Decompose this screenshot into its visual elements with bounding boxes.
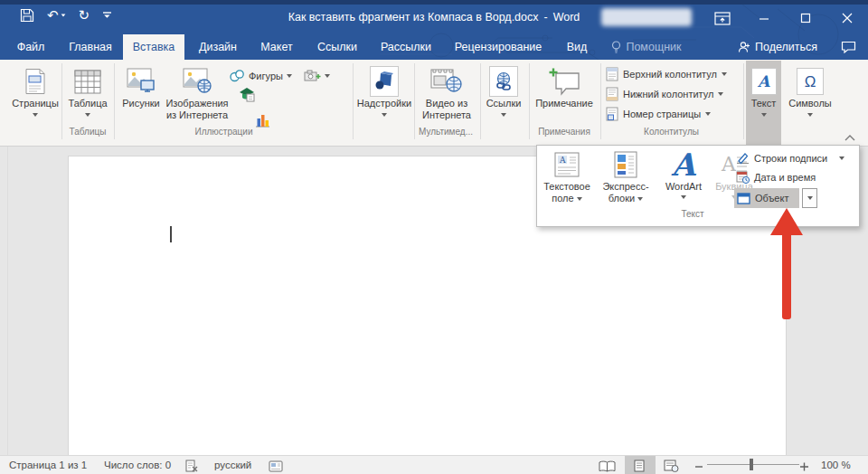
signature-line-button[interactable]: Строки подписи: [736, 151, 844, 165]
zoom-in-button[interactable]: [799, 460, 809, 474]
screenshot-button[interactable]: [304, 70, 330, 82]
redacted-account-name: [601, 8, 692, 26]
macro-recording-button[interactable]: [269, 460, 283, 474]
text-group-button[interactable]: A Текст: [746, 62, 781, 117]
pictures-button[interactable]: Рисунки: [118, 62, 165, 109]
quick-parts-icon: [614, 151, 637, 178]
online-video-icon: [430, 68, 463, 95]
header-dropdown-icon: [722, 72, 727, 76]
comment-icon: [841, 41, 856, 53]
online-video-button[interactable]: Видео из Интернета: [416, 62, 477, 121]
language-status[interactable]: русский: [214, 456, 251, 474]
share-button[interactable]: Поделиться: [731, 34, 825, 60]
tab-insert[interactable]: Вставка: [123, 34, 184, 60]
signature-dropdown-icon: [839, 156, 844, 160]
shapes-dropdown-icon: [287, 74, 292, 78]
close-icon: [842, 13, 853, 24]
page-info[interactable]: Страница 1 из 1: [9, 456, 87, 474]
media-group-label: Мультимед...: [407, 127, 485, 137]
tab-view[interactable]: Вид: [559, 34, 595, 60]
textbox-dropdown-icon: [577, 197, 582, 201]
tab-design[interactable]: Дизайн: [190, 34, 246, 60]
group-separator: [61, 63, 62, 139]
close-button[interactable]: [826, 5, 868, 32]
window-controls: [702, 5, 868, 32]
object-dropdown-button[interactable]: [802, 188, 817, 208]
signature-line-icon: [736, 151, 750, 165]
links-button[interactable]: Ссылки: [482, 62, 525, 117]
footer-dropdown-icon: [718, 92, 723, 96]
group-separator: [353, 63, 354, 139]
new-comment-button[interactable]: Примечание: [530, 62, 599, 109]
illustrations-group-label: Иллюстрации: [181, 127, 267, 137]
online-pictures-button[interactable]: Изображения из Интернета: [165, 62, 230, 121]
print-layout-button[interactable]: [633, 460, 646, 474]
svg-text:A: A: [559, 156, 566, 165]
wordart-button[interactable]: A WordArt: [657, 148, 710, 199]
word-window: ↶ ↻ Как вставить фрагмент из Компаса в В…: [0, 0, 868, 474]
read-mode-button[interactable]: [599, 460, 616, 474]
zoom-out-button[interactable]: [694, 460, 703, 474]
symbols-button[interactable]: Ω Символы: [785, 62, 835, 117]
document-title: Как вставить фрагмент из Компаса в Ворд.…: [288, 11, 539, 24]
object-button[interactable]: Объект: [734, 188, 799, 208]
shapes-icon: [230, 70, 245, 82]
tab-file[interactable]: Файл: [13, 34, 49, 60]
text-cursor-caret: [170, 226, 172, 242]
header-icon: [606, 67, 618, 81]
quick-parts-dropdown-icon: [637, 197, 643, 201]
minimize-button[interactable]: [743, 5, 785, 32]
textbox-button[interactable]: A Текстовое поле: [539, 148, 595, 204]
zoom-slider-track[interactable]: [707, 464, 799, 465]
app-name: Word: [553, 11, 580, 24]
links-icon: [494, 71, 514, 91]
maximize-button[interactable]: [785, 5, 826, 32]
online-pictures-icon: [183, 68, 212, 95]
symbols-icon: Ω: [797, 68, 824, 95]
table-button[interactable]: Таблица: [63, 62, 112, 117]
chart-button[interactable]: [255, 112, 270, 128]
zoom-level[interactable]: 100 %: [821, 456, 851, 474]
web-layout-button[interactable]: [664, 460, 679, 474]
proofing-status-button[interactable]: [185, 460, 198, 474]
chart-icon: [255, 112, 270, 128]
annotation-arrow: [770, 208, 803, 320]
svg-text:A: A: [721, 153, 737, 175]
page-number-button[interactable]: Номер страницы: [606, 107, 711, 121]
tab-review[interactable]: Рецензирование: [448, 34, 548, 60]
ribbon: Страницы Таблица Таблицы: [0, 60, 868, 147]
quick-parts-button[interactable]: Экспресс- блоки: [597, 148, 655, 204]
tab-mailings[interactable]: Рассылки: [376, 34, 436, 60]
ribbon-display-options-button[interactable]: [702, 5, 743, 32]
tab-home[interactable]: Главная: [61, 34, 119, 60]
shapes-button[interactable]: Фигуры: [230, 70, 292, 82]
comments-pane-button[interactable]: [834, 34, 863, 60]
lightbulb-icon: [611, 41, 621, 54]
left-edge-line: [7, 147, 8, 455]
tab-references[interactable]: Ссылки: [311, 34, 363, 60]
smartart-button[interactable]: [239, 87, 255, 102]
read-mode-icon: [599, 460, 616, 472]
tab-assistant[interactable]: Помощник: [602, 34, 691, 60]
addins-button[interactable]: Надстройки: [356, 62, 412, 117]
footer-icon: [606, 87, 618, 101]
word-count[interactable]: Число слов: 0: [104, 456, 171, 474]
footer-button[interactable]: Нижний колонтитул: [606, 87, 723, 101]
page-number-icon: [606, 107, 618, 121]
tables-group-label: Таблицы: [63, 127, 112, 137]
links-dropdown-icon: [501, 113, 506, 117]
pages-button[interactable]: Страницы: [11, 62, 60, 117]
date-time-button[interactable]: Дата и время: [736, 170, 816, 184]
group-separator: [743, 63, 744, 139]
smartart-icon: [239, 87, 255, 102]
page-number-dropdown-icon: [705, 112, 711, 116]
share-person-icon: [738, 41, 750, 53]
collapse-ribbon-button[interactable]: [844, 128, 855, 145]
ribbon-display-options-icon: [714, 12, 731, 25]
flyout-group-label: Текст: [620, 209, 765, 219]
zoom-slider-thumb[interactable]: [750, 459, 753, 470]
addins-icon: [373, 71, 395, 92]
header-button[interactable]: Верхний колонтитул: [606, 67, 727, 81]
wordart-icon: A: [672, 149, 695, 180]
tab-layout[interactable]: Макет: [252, 34, 301, 60]
